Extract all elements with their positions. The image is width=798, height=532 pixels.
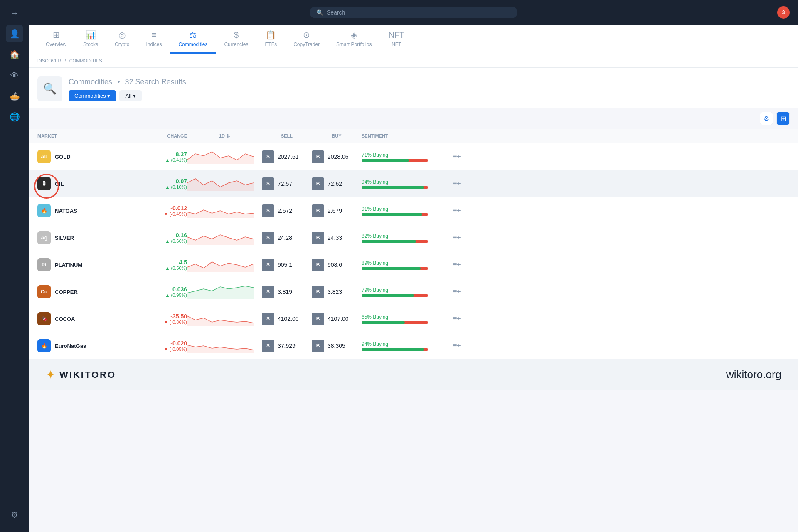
tab-overview[interactable]: ⊞ Overview — [37, 25, 75, 54]
sell-button-cocoa[interactable]: S — [262, 313, 274, 325]
sentiment-cell-platinum: 89% Buying — [362, 260, 453, 270]
market-cell-silver: Ag SILVER — [37, 231, 129, 244]
market-logo-silver: Ag — [37, 231, 51, 244]
market-logo-cocoa: 🍫 — [37, 312, 51, 325]
tab-commodities[interactable]: ⚖ Commodities — [170, 25, 216, 54]
market-name-oil: OIL — [55, 181, 64, 187]
sidebar-item-globe[interactable]: 🌐 — [6, 108, 23, 126]
more-options-button-silver[interactable]: ≡+ — [453, 234, 470, 241]
buy-cell-silver: B 24.33 — [312, 232, 362, 244]
sell-price-oil: 72.57 — [278, 180, 292, 187]
sell-cell-gold: S 2027.61 — [262, 150, 312, 163]
sidebar-arrow[interactable]: → — [6, 4, 23, 22]
sell-button-natgas[interactable]: S — [262, 204, 274, 217]
search-input[interactable] — [327, 9, 511, 16]
tab-crypto[interactable]: ◎ Crypto — [106, 25, 138, 54]
avatar-icon: 👤 — [10, 29, 20, 39]
buy-button-silver[interactable]: B — [312, 232, 324, 244]
sell-button-silver[interactable]: S — [262, 232, 274, 244]
page-icon: 🔍 — [37, 76, 62, 101]
stocks-icon: 📊 — [86, 30, 96, 40]
table-row: Ag SILVER 0.16 ▲ (0.66%) S 24.28 B 24.33 — [29, 224, 798, 251]
sell-button-gold[interactable]: S — [262, 150, 274, 163]
sidebar: → 👤 🏠 👁 🥧 🌐 ⚙ — [0, 0, 29, 532]
sidebar-item-watchlist[interactable]: 👁 — [6, 66, 23, 84]
sidebar-item-home[interactable]: 🏠 — [6, 46, 23, 63]
table-body: Au GOLD 8.27 ▲ (0.41%) S 2027.61 B 2028.… — [29, 143, 798, 360]
col-sentiment: SENTIMENT — [362, 133, 453, 139]
sidebar-item-portfolio[interactable]: 🥧 — [6, 87, 23, 105]
sparkline-chart — [187, 256, 254, 272]
col-sell: SELL — [262, 133, 312, 139]
tab-copytrader[interactable]: ⊙ CopyTrader — [285, 25, 328, 54]
tab-stocks[interactable]: 📊 Stocks — [75, 25, 106, 54]
buy-button-gold[interactable]: B — [312, 150, 324, 163]
sentiment-fill — [362, 213, 422, 216]
grid-view-button[interactable]: ⊞ — [776, 112, 790, 125]
change-value: 8.27 — [129, 151, 187, 158]
tab-etfs[interactable]: 📋 ETFs — [256, 25, 285, 54]
sentiment-cell-cocoa: 65% Buying — [362, 314, 453, 324]
sentiment-label-silver: 82% Buying — [362, 233, 453, 239]
sentiment-label-euronatgas: 94% Buying — [362, 341, 453, 347]
more-options-button-euronatgas[interactable]: ≡+ — [453, 342, 470, 350]
sentiment-cell-natgas: 91% Buying — [362, 206, 453, 216]
sell-price-copper: 3.819 — [278, 288, 292, 295]
change-percent: ▲ (0.10%) — [129, 185, 187, 190]
filter-icon-button[interactable]: ⚙ — [760, 112, 773, 125]
buy-button-natgas[interactable]: B — [312, 204, 324, 217]
buy-button-cocoa[interactable]: B — [312, 313, 324, 325]
market-name-euronatgas: EuroNatGas — [55, 343, 86, 349]
more-options-button-copper[interactable]: ≡+ — [453, 288, 470, 296]
sell-button-copper[interactable]: S — [262, 286, 274, 298]
buy-button-platinum[interactable]: B — [312, 259, 324, 271]
all-filter-button[interactable]: All ▾ — [119, 90, 141, 101]
sell-button-platinum[interactable]: S — [262, 259, 274, 271]
sentiment-label-natgas: 91% Buying — [362, 206, 453, 212]
sparkline-cell-copper — [187, 283, 262, 301]
sidebar-item-settings[interactable]: ⚙ — [6, 506, 23, 524]
buy-price-euronatgas: 38.305 — [328, 342, 345, 349]
change-cell-platinum: 4.5 ▲ (0.50%) — [129, 259, 187, 271]
notification-button[interactable]: 3 — [777, 6, 790, 19]
col-actions — [453, 133, 470, 139]
buy-button-oil[interactable]: B — [312, 177, 324, 190]
sell-button-euronatgas[interactable]: S — [262, 340, 274, 352]
more-options-button-oil[interactable]: ≡+ — [453, 180, 470, 187]
tab-nft[interactable]: NFT NFT — [380, 25, 413, 54]
more-options-button-platinum[interactable]: ≡+ — [453, 261, 470, 268]
change-value: -0.020 — [129, 340, 187, 347]
currencies-icon: $ — [234, 30, 239, 40]
tab-currencies[interactable]: $ Currencies — [216, 25, 256, 54]
tab-indices[interactable]: ≡ Indices — [138, 25, 170, 54]
change-cell-cocoa: -35.50 ▼ (-0.86%) — [129, 313, 187, 325]
market-name-natgas: NATGAS — [55, 208, 77, 214]
buy-cell-platinum: B 908.6 — [312, 259, 362, 271]
change-cell-natgas: -0.012 ▼ (-0.45%) — [129, 205, 187, 217]
breadcrumb: DISCOVER / COMMODITIES — [29, 54, 798, 68]
main-content: 🔍 3 ⊞ Overview 📊 Stocks ◎ Crypto ≡ Indic… — [29, 0, 798, 532]
search-box[interactable]: 🔍 — [310, 7, 517, 18]
portfolio-icon: 🥧 — [10, 91, 20, 101]
commodities-filter-button[interactable]: Commodities ▾ — [69, 90, 116, 101]
sell-price-silver: 24.28 — [278, 234, 292, 241]
home-icon: 🏠 — [10, 49, 20, 59]
sparkline-cell-oil — [187, 175, 262, 193]
more-options-button-natgas[interactable]: ≡+ — [453, 207, 470, 214]
sell-cell-platinum: S 905.1 — [262, 259, 312, 271]
tab-smart-portfolios[interactable]: ◈ Smart Portfolios — [328, 25, 380, 54]
col-1d[interactable]: 1D ⇅ — [187, 133, 262, 139]
more-options-button-gold[interactable]: ≡+ — [453, 153, 470, 160]
buy-cell-oil: B 72.62 — [312, 177, 362, 190]
change-percent: ▲ (0.41%) — [129, 158, 187, 163]
buy-button-copper[interactable]: B — [312, 286, 324, 298]
market-name-gold: GOLD — [55, 154, 71, 160]
sidebar-item-avatar[interactable]: 👤 — [6, 25, 23, 42]
sell-button-oil[interactable]: S — [262, 177, 274, 190]
change-value: 0.07 — [129, 178, 187, 185]
more-options-button-cocoa[interactable]: ≡+ — [453, 315, 470, 323]
footer-url: wikitoro.org — [726, 368, 781, 381]
grid-icon: ⊞ — [781, 115, 786, 123]
buy-button-euronatgas[interactable]: B — [312, 340, 324, 352]
sell-price-euronatgas: 37.929 — [278, 342, 296, 349]
